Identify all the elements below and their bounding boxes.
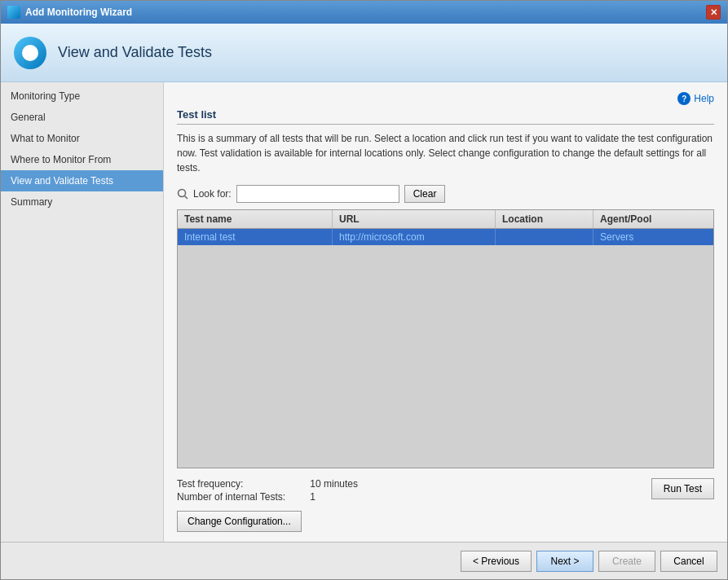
sidebar-item-general[interactable]: General — [1, 107, 163, 128]
create-button[interactable]: Create — [598, 551, 655, 572]
header-icon-inner — [22, 45, 38, 61]
cell-location — [496, 229, 593, 245]
search-icon — [177, 188, 188, 200]
help-label: Help — [694, 93, 714, 104]
cell-test-name: Internal test — [178, 229, 333, 245]
sidebar-item-monitoring-type[interactable]: Monitoring Type — [1, 86, 163, 107]
title-bar-left: Add Monitoring Wizard — [7, 6, 132, 19]
change-config-row: Change Configuration... — [177, 511, 714, 532]
internal-tests-value: 1 — [310, 491, 315, 503]
previous-button[interactable]: < Previous — [461, 551, 532, 572]
sidebar-item-summary[interactable]: Summary — [1, 191, 163, 213]
title-bar: Add Monitoring Wizard ✕ — [1, 1, 727, 24]
help-icon: ? — [677, 92, 690, 105]
search-input[interactable] — [236, 185, 399, 203]
test-table: Test name URL Location Agent/Pool Intern… — [177, 209, 714, 468]
header-title: View and Validate Tests — [58, 44, 212, 61]
sidebar: Monitoring Type General What to Monitor … — [1, 82, 164, 542]
sidebar-item-where-monitor-from[interactable]: Where to Monitor From — [1, 149, 163, 170]
main-window: Add Monitoring Wizard ✕ View and Validat… — [0, 0, 728, 580]
footer: < Previous Next > Create Cancel — [1, 542, 727, 579]
frequency-line: Test frequency: 10 minutes — [177, 478, 358, 490]
col-location: Location — [496, 210, 593, 228]
frequency-label: Test frequency: — [177, 478, 307, 490]
sidebar-item-what-to-monitor[interactable]: What to Monitor — [1, 128, 163, 149]
header-banner: View and Validate Tests — [1, 24, 727, 82]
description-text: This is a summary of all tests that will… — [177, 131, 714, 175]
cell-agent-pool: Servers — [593, 229, 713, 245]
table-row[interactable]: Internal test http://microsoft.com Serve… — [178, 229, 713, 245]
help-link[interactable]: ? Help — [677, 92, 714, 105]
svg-point-0 — [179, 190, 186, 197]
cancel-button[interactable]: Cancel — [660, 551, 717, 572]
close-button[interactable]: ✕ — [706, 5, 721, 20]
sidebar-item-view-validate-tests[interactable]: View and Validate Tests — [1, 170, 163, 191]
wizard-icon — [7, 6, 20, 19]
cell-url: http://microsoft.com — [333, 229, 496, 245]
stats-left: Test frequency: 10 minutes Number of int… — [177, 478, 358, 503]
section-title: Test list — [177, 108, 714, 125]
col-agent-pool: Agent/Pool — [593, 210, 713, 228]
window-title: Add Monitoring Wizard — [25, 7, 132, 18]
svg-line-1 — [185, 196, 188, 200]
internal-tests-line: Number of internal Tests: 1 — [177, 491, 358, 503]
stats-row: Test frequency: 10 minutes Number of int… — [177, 478, 714, 503]
col-url: URL — [333, 210, 496, 228]
content-area: Monitoring Type General What to Monitor … — [1, 82, 727, 542]
change-configuration-button[interactable]: Change Configuration... — [177, 511, 302, 532]
run-test-button[interactable]: Run Test — [651, 478, 714, 499]
search-icon-wrapper — [177, 188, 188, 200]
header-icon — [14, 37, 46, 69]
next-button[interactable]: Next > — [536, 551, 593, 572]
frequency-value: 10 minutes — [310, 478, 358, 490]
main-content-area: ? Help Test list This is a summary of al… — [164, 82, 727, 542]
internal-tests-label: Number of internal Tests: — [177, 491, 307, 503]
table-header: Test name URL Location Agent/Pool — [178, 210, 713, 229]
col-test-name: Test name — [178, 210, 333, 228]
search-row: Look for: Clear — [177, 185, 714, 203]
clear-button[interactable]: Clear — [404, 185, 446, 203]
help-row: ? Help — [177, 92, 714, 105]
search-label: Look for: — [193, 188, 232, 200]
